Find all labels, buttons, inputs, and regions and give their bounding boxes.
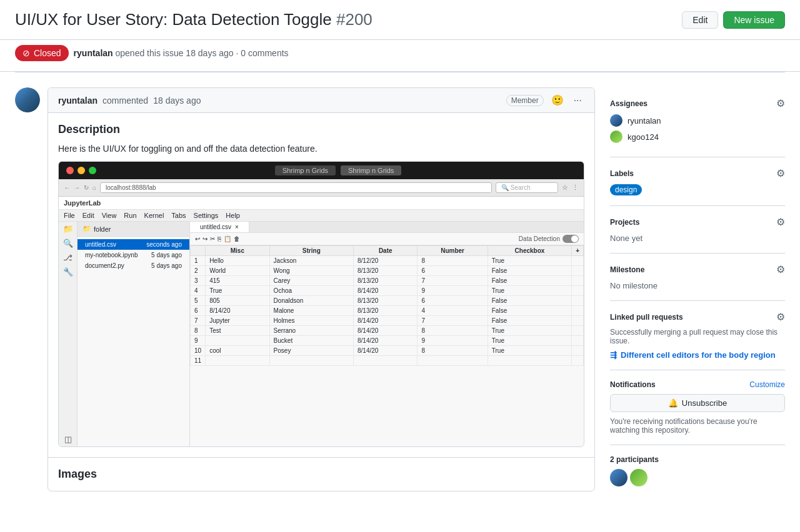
comment-thread: ryuntalan commented 18 days ago Member 🙂… (15, 87, 595, 491)
nav-back-icon: ← (64, 184, 70, 191)
td-6: 6 (191, 306, 206, 316)
notifications-section: Notifications Customize 🔔 Unsubscribe Yo… (610, 370, 785, 445)
file-list: untitled.csv seconds ago my-notebook.ipy… (78, 237, 189, 273)
td-8: 8 (191, 326, 206, 336)
data-table: Misc String Date Number Checkbox + (190, 245, 584, 366)
menu-settings: Settings (194, 212, 219, 219)
assignees-section: Assignees ⚙ ryuntalan kgoo124 (610, 87, 785, 157)
milestone-gear-icon[interactable]: ⚙ (776, 264, 785, 275)
td-add-8 (572, 326, 584, 336)
td-checkbox-6: False (488, 306, 571, 316)
td-number-8: 8 (418, 326, 488, 336)
participant-avatar-1 (610, 469, 628, 486)
undo-icon: ↩ (195, 235, 200, 242)
td-date-7: 8/14/20 (354, 316, 418, 326)
file-modified-3: 5 days ago (151, 262, 182, 269)
table-head: Misc String Date Number Checkbox + (191, 246, 584, 256)
notifications-title: Notifications (610, 380, 656, 389)
assignee-avatar-2 (610, 131, 622, 143)
td-add-11 (572, 356, 584, 366)
customize-link[interactable]: Customize (749, 380, 785, 389)
search-bar[interactable]: 🔍 Search (496, 182, 558, 193)
td-misc-4: True (206, 286, 269, 296)
pr-merge-icon: ⇶ (610, 350, 617, 360)
table-row: 3 415 Carey 8/13/20 7 False (191, 276, 584, 286)
assignee-name-2: kgoo124 (628, 132, 659, 142)
td-misc-3: 415 (206, 276, 269, 286)
csv-tab-bar: untitled.csv × (190, 222, 584, 233)
bell-icon: 🔔 (668, 398, 678, 408)
td-string-5: Donaldson (269, 296, 353, 306)
td-number-2: 6 (418, 266, 488, 276)
nav-forward-icon: → (74, 184, 80, 191)
projects-gear-icon[interactable]: ⚙ (776, 216, 785, 228)
comment-time: 18 days ago (153, 96, 201, 106)
csv-tab: untitled.csv × (190, 222, 249, 232)
notification-info: You're receiving notifications because y… (610, 417, 785, 435)
issue-meta-bar: ⊘ Closed ryuntalan opened this issue 18 … (0, 40, 800, 72)
file-item-2: my-notebook.ipynb 5 days ago (78, 250, 189, 260)
table-row: 5 805 Donaldson 8/13/20 6 False (191, 296, 584, 306)
more-options-button[interactable]: ··· (571, 94, 584, 107)
bookmark-icon: ☆ (562, 184, 568, 192)
paste-icon: 📋 (224, 235, 231, 242)
browser-chrome: ← → ↻ ⌂ localhost:8888/lab 🔍 Search ☆ ⋮ (59, 179, 584, 197)
td-checkbox-5: False (488, 296, 571, 306)
images-section-title: Images (48, 457, 594, 491)
emoji-button[interactable]: 🙂 (549, 93, 566, 107)
file-item-selected: untitled.csv seconds ago (78, 239, 189, 250)
delete-icon: 🗑 (234, 235, 240, 242)
issue-number: #200 (336, 10, 372, 29)
file-item-3: document2.py 5 days ago (78, 260, 189, 271)
td-number-11 (418, 356, 488, 366)
unsubscribe-button[interactable]: 🔔 Unsubscribe (610, 394, 785, 412)
assignees-header: Assignees ⚙ (610, 97, 785, 109)
td-date-2: 8/13/20 (354, 266, 418, 276)
th-misc: Misc (206, 246, 269, 256)
td-misc-10: cool (206, 346, 269, 356)
td-2: 2 (191, 266, 206, 276)
linked-pr-section: Linked pull requests ⚙ Successfully merg… (610, 301, 785, 370)
td-string-3: Carey (269, 276, 353, 286)
content-area: ryuntalan commented 18 days ago Member 🙂… (0, 72, 800, 511)
td-misc-1: Hello (206, 256, 269, 266)
td-misc-6: 8/14/20 (206, 306, 269, 316)
screenshot-titlebar: Shrimp n Grids Shrimp n Grids (59, 162, 584, 179)
td-checkbox-9: True (488, 336, 571, 346)
menu-run: Run (124, 212, 136, 219)
td-add-2 (572, 266, 584, 276)
menu-kernel: Kernel (144, 212, 164, 219)
new-issue-button[interactable]: New issue (723, 11, 785, 29)
file-name-1: untitled.csv (85, 241, 116, 248)
meta-verb: opened this issue (116, 48, 184, 58)
td-misc-7: Jupyter (206, 316, 269, 326)
toggle-label: Data Detection (519, 235, 560, 242)
app-body: 📁 🔍 ⎇ 🔧 ◫ 📁 f (59, 222, 584, 446)
linked-pr-gear-icon[interactable]: ⚙ (776, 311, 785, 323)
td-10: 10 (191, 346, 206, 356)
file-browser-header: 📁 folder (78, 222, 189, 237)
participant-avatar-2 (630, 469, 648, 486)
description-title: Description (58, 123, 584, 136)
linked-pr-link[interactable]: ⇶ Different cell editors for the body re… (610, 350, 785, 360)
td-string-6: Malone (269, 306, 353, 316)
td-date-3: 8/13/20 (354, 276, 418, 286)
table-row: 7 Jupyter Holmes 8/14/20 7 False (191, 316, 584, 326)
assignees-gear-icon[interactable]: ⚙ (776, 97, 785, 109)
td-date-10: 8/14/20 (354, 346, 418, 356)
menu-tabs: Tabs (171, 212, 186, 219)
csv-tab-close[interactable]: × (235, 224, 239, 230)
linked-pr-title: Linked pull requests (610, 313, 683, 322)
wrench-icon: 🔧 (63, 267, 73, 277)
td-number-6: 4 (418, 306, 488, 316)
address-bar[interactable]: localhost:8888/lab (100, 182, 492, 193)
edit-button[interactable]: Edit (682, 11, 718, 29)
td-string-8: Serrano (269, 326, 353, 336)
toggle-thumb (571, 235, 578, 242)
td-date-8: 8/14/20 (354, 326, 418, 336)
dot-yellow (78, 167, 85, 174)
comment-body: Description Here is the UI/UX for toggli… (48, 113, 594, 457)
data-detection-toggle[interactable] (562, 235, 579, 243)
labels-gear-icon[interactable]: ⚙ (776, 167, 785, 179)
git-icon: ⎇ (63, 253, 72, 262)
